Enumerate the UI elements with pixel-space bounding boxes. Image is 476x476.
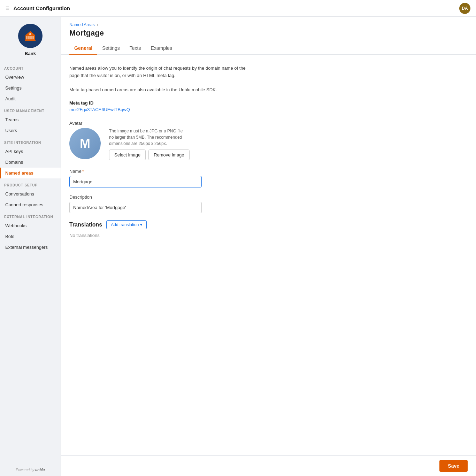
sidebar-item-external-messengers[interactable]: External messengers bbox=[0, 242, 61, 253]
meta-tag-section: Meta tag ID mor2Fgx3TACE6UEwtTBqwQ bbox=[69, 100, 468, 112]
layout: Bank ACCOUNTOverviewSettingsAuditUSER MA… bbox=[0, 17, 476, 476]
avatar-section: M The image must be a JPG or a PNG file … bbox=[69, 128, 468, 160]
sidebar-section-label: ACCOUNT bbox=[0, 62, 61, 72]
tab-settings[interactable]: Settings bbox=[97, 42, 125, 55]
select-image-button[interactable]: Select image bbox=[109, 149, 146, 160]
sidebar-item-canned-responses[interactable]: Canned responses bbox=[0, 199, 61, 210]
dropdown-arrow-icon: ▾ bbox=[140, 222, 142, 227]
name-input[interactable] bbox=[69, 176, 202, 187]
translations-header: Translations Add translation ▾ bbox=[69, 220, 468, 229]
sidebar-item-bots[interactable]: Bots bbox=[0, 231, 61, 242]
sidebar-section-label: USER MANAGEMENT bbox=[0, 104, 61, 114]
tab-texts[interactable]: Texts bbox=[125, 42, 146, 55]
remove-image-button[interactable]: Remove image bbox=[148, 149, 189, 160]
translations-title: Translations bbox=[69, 222, 102, 228]
description-field-group: Description bbox=[69, 194, 202, 213]
sidebar-item-domains[interactable]: Domains bbox=[0, 157, 61, 168]
info-text-1: Named areas allow you to identify the or… bbox=[69, 65, 251, 79]
content-area: Named areas allow you to identify the or… bbox=[61, 55, 476, 455]
add-translation-button[interactable]: Add translation ▾ bbox=[106, 220, 147, 229]
name-label: Name* bbox=[69, 169, 202, 174]
info-text-2: Meta tag-based named areas are also avai… bbox=[69, 86, 251, 94]
description-input[interactable] bbox=[69, 202, 202, 213]
no-translations-text: No translations bbox=[69, 233, 468, 238]
org-logo bbox=[18, 24, 43, 48]
svg-rect-4 bbox=[32, 36, 34, 39]
sidebar-item-teams[interactable]: Teams bbox=[0, 114, 61, 125]
svg-rect-2 bbox=[28, 36, 30, 39]
sidebar-powered: Powered by unblu bbox=[0, 464, 61, 476]
sidebar-item-webhooks[interactable]: Webhooks bbox=[0, 220, 61, 231]
avatar-controls: The image must be a JPG or a PNG file no… bbox=[109, 128, 190, 160]
sidebar-item-conversations[interactable]: Conversations bbox=[0, 189, 61, 199]
meta-tag-value[interactable]: mor2Fgx3TACE6UEwtTBqwQ bbox=[69, 107, 468, 112]
sidebar-section-label: PRODUCT SETUP bbox=[0, 178, 61, 189]
sidebar-logo-area: Bank bbox=[0, 17, 61, 62]
user-avatar[interactable]: DA bbox=[459, 3, 470, 14]
meta-tag-label: Meta tag ID bbox=[69, 100, 468, 106]
bottom-bar: Save bbox=[61, 455, 476, 476]
avatar-label: Avatar bbox=[69, 121, 468, 126]
name-field-group: Name* bbox=[69, 169, 202, 187]
topbar-title: Account Configuration bbox=[14, 5, 459, 11]
sidebar-item-audit[interactable]: Audit bbox=[0, 93, 61, 104]
breadcrumb: Named Areas › bbox=[69, 22, 468, 27]
sidebar-item-settings[interactable]: Settings bbox=[0, 83, 61, 93]
description-label: Description bbox=[69, 194, 202, 200]
svg-rect-3 bbox=[30, 36, 32, 39]
org-name: Bank bbox=[25, 51, 36, 56]
breadcrumb-separator: › bbox=[97, 22, 98, 27]
tab-examples[interactable]: Examples bbox=[146, 42, 177, 55]
avatar-circle: M bbox=[69, 128, 101, 159]
svg-point-7 bbox=[29, 33, 31, 35]
save-button[interactable]: Save bbox=[439, 460, 468, 472]
topbar: ≡ Account Configuration DA bbox=[0, 0, 476, 17]
sidebar-item-api-keys[interactable]: API keys bbox=[0, 146, 61, 157]
sidebar-item-named-areas[interactable]: Named areas bbox=[0, 168, 61, 178]
tab-general[interactable]: General bbox=[69, 42, 97, 55]
tabs: GeneralSettingsTextsExamples bbox=[61, 42, 476, 55]
main-content: Named Areas › Mortgage GeneralSettingsTe… bbox=[61, 17, 476, 476]
sidebar-item-users[interactable]: Users bbox=[0, 125, 61, 136]
page-header: Named Areas › Mortgage bbox=[61, 17, 476, 38]
page-title: Mortgage bbox=[69, 29, 468, 38]
avatar-buttons: Select image Remove image bbox=[109, 149, 190, 160]
avatar-hint: The image must be a JPG or a PNG file no… bbox=[109, 128, 186, 147]
sidebar-section-label: SITE INTEGRATION bbox=[0, 136, 61, 146]
svg-rect-1 bbox=[26, 36, 28, 39]
sidebar: Bank ACCOUNTOverviewSettingsAuditUSER MA… bbox=[0, 17, 61, 476]
svg-rect-6 bbox=[25, 40, 36, 41]
hamburger-icon[interactable]: ≡ bbox=[6, 5, 9, 12]
sidebar-section-label: EXTERNAL INTEGRATION bbox=[0, 210, 61, 220]
sidebar-item-overview[interactable]: Overview bbox=[0, 72, 61, 83]
breadcrumb-parent[interactable]: Named Areas bbox=[69, 22, 95, 27]
